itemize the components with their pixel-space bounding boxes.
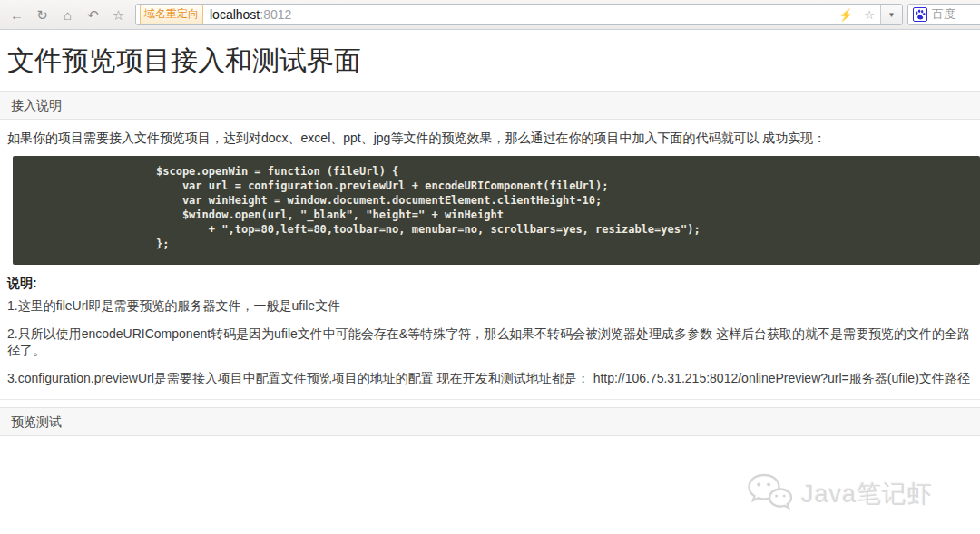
refresh-icon[interactable]: ↻: [33, 5, 52, 24]
browser-toolbar: ← ↻ ⌂ ↶ ☆ 域名重定向 localhost:8012 ⚡ ☆ ▼ 百度: [0, 0, 980, 30]
page-content: 文件预览项目接入和测试界面 接入说明 如果你的项目需要接入文件预览项目，达到对d…: [0, 30, 980, 534]
note-item-1: 1.这里的fileUrl即是需要预览的服务器文件，一般是ufile文件: [7, 298, 973, 315]
watermark: Java笔记虾: [746, 472, 933, 516]
baidu-logo-icon: [913, 7, 927, 22]
wechat-logo-icon: [746, 472, 793, 516]
bookmark-star-icon[interactable]: ☆: [858, 8, 880, 22]
home-icon[interactable]: ⌂: [58, 5, 77, 24]
history-icon[interactable]: ↶: [83, 5, 103, 24]
address-bar[interactable]: 域名重定向 localhost:8012 ⚡ ☆ ▼: [135, 4, 903, 25]
notes-title: 说明:: [7, 276, 980, 292]
bolt-icon[interactable]: ⚡: [833, 8, 858, 22]
nav-icon-group: ← ↻ ⌂ ↶ ☆: [7, 5, 128, 24]
page-title: 文件预览项目接入和测试界面: [7, 43, 980, 80]
url-host: localhost: [210, 7, 260, 22]
domain-redirect-badge[interactable]: 域名重定向: [140, 5, 203, 24]
intro-text: 如果你的项目需要接入文件预览项目，达到对docx、excel、ppt、jpg等文…: [7, 131, 973, 147]
back-icon[interactable]: ←: [7, 5, 26, 24]
note-item-2: 2.只所以使用encodeURIComponent转码是因为ufile文件中可能…: [7, 326, 973, 359]
url-port: :8012: [260, 7, 291, 22]
watermark-text: Java笔记虾: [801, 478, 933, 510]
search-placeholder: 百度: [932, 6, 956, 23]
note-item-3: 3.configuration.previewUrl是需要接入项目中配置文件预览…: [7, 371, 973, 387]
url-dropdown-caret-icon[interactable]: ▼: [880, 4, 902, 25]
section-divider: [0, 399, 980, 400]
favorites-icon[interactable]: ☆: [109, 5, 128, 24]
section-header-access: 接入说明: [0, 91, 980, 120]
baidu-search-box[interactable]: 百度: [907, 4, 980, 25]
code-block: $scope.openWin = function (fileUrl) { va…: [13, 156, 980, 265]
section-header-preview: 预览测试: [0, 407, 980, 436]
